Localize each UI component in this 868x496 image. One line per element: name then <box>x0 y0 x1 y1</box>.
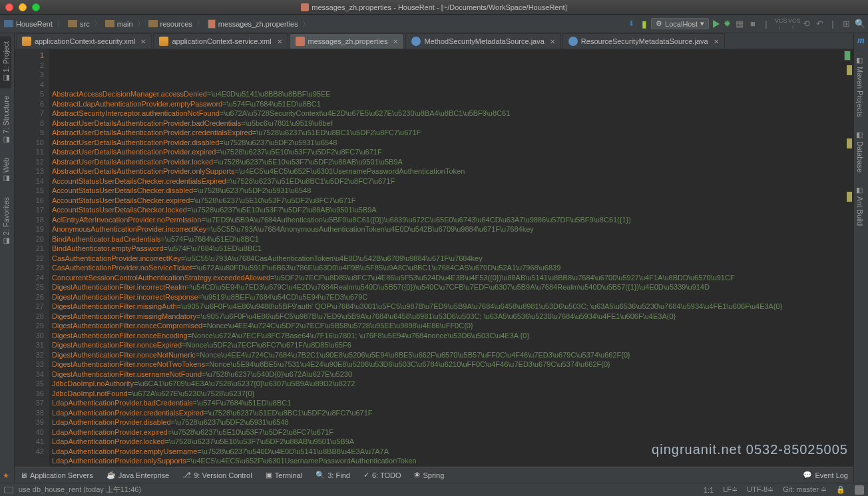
crumb-4[interactable]: messages_zh.properties <box>218 20 298 28</box>
right-tool-strip: m ◧Maven Projects◧Database◧Ant Build <box>853 33 868 483</box>
terminal-icon: ▣ <box>266 471 272 479</box>
tab-prop[interactable]: messages_zh.properties✕ <box>290 33 405 49</box>
left-tool-project[interactable]: ◧1: Project <box>0 36 11 88</box>
close-tab-icon[interactable]: ✕ <box>550 38 555 45</box>
breadcrumb[interactable]: HouseRent〉 src〉 main〉 resources〉 message… <box>4 19 311 29</box>
gutter[interactable]: 1234567891011121314151617181920212223242… <box>15 49 49 467</box>
file-icon <box>208 19 216 29</box>
caret-position[interactable]: 1:1 <box>704 486 714 494</box>
vcs-commit-icon[interactable]: VCS↑ <box>788 17 797 31</box>
tool-windows-icon[interactable] <box>4 487 13 493</box>
coverage-icon[interactable]: ▦ <box>735 19 744 29</box>
left-tool-favorites[interactable]: ◧2: Favorites <box>0 192 11 251</box>
tab-xml[interactable]: applicationContext-service.xml✕ <box>153 33 288 49</box>
crumb-2[interactable]: main <box>117 20 133 28</box>
left-tool-web[interactable]: ◧Web <box>0 152 11 188</box>
bottom-tool-server[interactable]: 🖥Application Servers <box>20 471 93 479</box>
tab-xml[interactable]: applicationContext-security.xml✕ <box>16 33 152 49</box>
window-title: messages_zh.properties - HouseRent - [~/… <box>0 3 868 12</box>
titlebar: messages_zh.properties - HouseRent - [~/… <box>0 0 868 15</box>
run-config-dropdown[interactable]: ⚙LocalHost▾ <box>651 18 709 29</box>
tab-label: MethodSecurityMetadataSource.java <box>424 37 544 45</box>
close-tab-icon[interactable]: ✕ <box>277 38 282 45</box>
line-separator[interactable]: LF≑ <box>723 485 738 494</box>
bottom-tool-spring[interactable]: ❀Spring <box>414 471 444 479</box>
java-icon <box>568 37 578 46</box>
prop-icon <box>296 37 305 46</box>
navigation-bar: HouseRent〉 src〉 main〉 resources〉 message… <box>0 15 868 33</box>
java-icon <box>411 37 421 46</box>
tab-label: ResourceSecurityMetadataSource.java <box>581 37 708 45</box>
close-tab-icon[interactable]: ✕ <box>714 38 719 45</box>
right-tool-database[interactable]: ◧Database <box>854 125 865 178</box>
bottom-tool-find[interactable]: 🔍3: Find <box>316 471 350 479</box>
folder-icon <box>68 20 77 27</box>
crumb-0[interactable]: HouseRent <box>16 20 53 28</box>
editor-tabs: applicationContext-security.xml✕applicat… <box>0 33 868 49</box>
sep: | <box>828 19 837 29</box>
git-branch[interactable]: Git: master ≑ <box>783 485 827 494</box>
tab-java[interactable]: MethodSecurityMetadataSource.java✕ <box>405 33 560 49</box>
xml-icon <box>159 37 168 46</box>
bottom-tool-vcs[interactable]: ⎇9: Version Control <box>182 471 252 479</box>
tab-label: applicationContext-security.xml <box>35 37 135 45</box>
favorites-icon[interactable]: ★ <box>3 471 9 480</box>
hector-icon[interactable] <box>855 485 864 495</box>
vcs-update-icon[interactable]: VCS↓ <box>775 17 784 31</box>
status-message: use db_house_rent (today 上午11:46) <box>19 485 141 495</box>
revert-icon[interactable]: ↶ <box>815 19 824 29</box>
module-icon <box>4 20 13 27</box>
crumb-3[interactable]: resources <box>160 20 192 28</box>
android-icon[interactable]: ▮ <box>642 19 647 29</box>
close-tab-icon[interactable]: ✕ <box>393 38 398 45</box>
xml-icon <box>22 37 31 46</box>
search-icon[interactable]: 🔍 <box>855 19 864 29</box>
right-tool-antbuild[interactable]: ◧Ant Build <box>854 180 865 231</box>
todo-icon: ✓ <box>363 471 369 479</box>
right-tool-mavenprojects[interactable]: ◧Maven Projects <box>854 51 865 123</box>
left-tool-strip: ◧1: Project◧7: Structure◧Web◧2: Favorite… <box>0 33 15 483</box>
lock-icon[interactable]: 🔒 <box>836 485 845 494</box>
stop-icon[interactable]: ■ <box>748 19 758 29</box>
spring-icon: ❀ <box>414 471 420 479</box>
crumb-1[interactable]: src <box>80 20 90 28</box>
vcs-icon: ⎇ <box>182 471 191 479</box>
server-icon: 🖥 <box>20 471 27 479</box>
file-icon <box>301 3 309 11</box>
find-icon: 🔍 <box>316 471 325 479</box>
tab-label: messages_zh.properties <box>308 37 388 45</box>
bottom-tool-todo[interactable]: ✓6: TODO <box>363 471 401 479</box>
status-bar: use db_house_rent (today 上午11:46) 1:1 LF… <box>0 483 868 496</box>
maven-icon[interactable]: m <box>854 33 868 48</box>
debug-icon[interactable]: ✸ <box>724 19 731 29</box>
history-icon[interactable]: ⟲ <box>801 19 811 29</box>
run-icon[interactable] <box>713 20 720 28</box>
toolbar-right: ⬇ ▮ ⚙LocalHost▾ ✸ ▦ ■ | VCS↓ VCS↑ ⟲ ↶ | … <box>628 17 864 31</box>
left-tool-structure[interactable]: ◧7: Structure <box>0 91 11 150</box>
folder-icon <box>148 20 158 27</box>
close-tab-icon[interactable]: ✕ <box>140 38 146 45</box>
tab-label: applicationContext-service.xml <box>172 37 271 45</box>
bottom-tool-jee[interactable]: ☕Java Enterprise <box>107 471 169 479</box>
jee-icon: ☕ <box>107 471 116 479</box>
folder-icon <box>105 20 114 27</box>
editor[interactable]: 1234567891011121314151617181920212223242… <box>15 49 853 467</box>
code-area[interactable]: AbstractAccessDecisionManager.accessDeni… <box>49 49 853 467</box>
bottom-tool-terminal[interactable]: ▣Terminal <box>266 471 303 479</box>
tab-java[interactable]: ResourceSecurityMetadataSource.java✕ <box>562 33 725 49</box>
scrollbar[interactable] <box>845 59 853 69</box>
event-log[interactable]: 💬Event Log <box>803 471 848 479</box>
download-icon[interactable]: ⬇ <box>628 19 638 29</box>
sep: | <box>761 19 771 29</box>
bottom-tool-bar: 🖥Application Servers☕Java Enterprise⎇9: … <box>15 467 853 483</box>
settings-icon[interactable]: ⊞ <box>841 19 851 29</box>
file-encoding[interactable]: UTF-8≑ <box>747 485 773 494</box>
